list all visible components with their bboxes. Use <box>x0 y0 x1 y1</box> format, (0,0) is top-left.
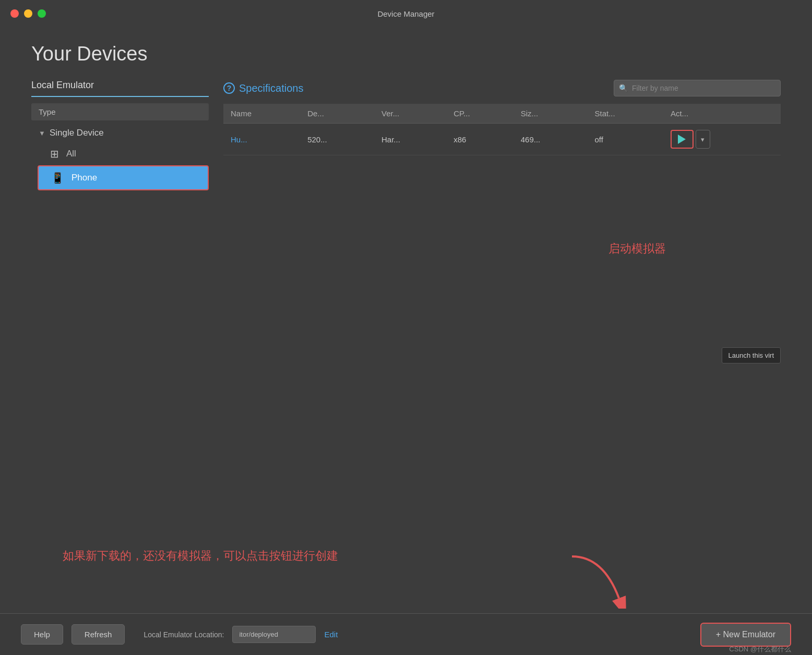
close-button[interactable] <box>10 9 19 18</box>
cell-status: off <box>588 124 663 155</box>
location-label: Local Emulator Location: <box>144 630 224 639</box>
maximize-button[interactable] <box>38 9 46 18</box>
tooltip-text: Launch this virt <box>729 351 774 359</box>
window-title: Device Manager <box>377 9 434 18</box>
main-content: Your Devices Local Emulator Type ▼ Singl… <box>0 27 812 613</box>
table-row: Hu... 520... Har... x86 469... off <box>223 124 781 155</box>
info-icon: ? <box>223 82 235 94</box>
help-button[interactable]: Help <box>21 624 63 645</box>
page-title: Your Devices <box>31 43 781 65</box>
filter-input[interactable] <box>614 80 781 96</box>
right-panel: ? Specifications 🔍 Name De... Ver... CP.… <box>209 80 781 613</box>
cell-device: 520... <box>300 124 374 155</box>
col-device: De... <box>300 104 374 124</box>
annotation-launch: 启动模拟器 <box>608 241 666 257</box>
annotation-main-text: 如果新下载的，还没有模拟器，可以点击按钮进行创建 <box>63 549 338 562</box>
col-actions: Act... <box>663 104 781 124</box>
right-header: ? Specifications 🔍 <box>223 80 781 96</box>
col-cpu: CP... <box>446 104 514 124</box>
specifications-label: Specifications <box>239 82 303 94</box>
device-table: Name De... Ver... CP... Siz... Stat... A… <box>223 104 781 155</box>
annotation-main: 如果新下载的，还没有模拟器，可以点击按钮进行创建 <box>63 548 338 564</box>
cell-name: Hu... <box>223 124 300 155</box>
cell-cpu: x86 <box>446 124 514 155</box>
play-triangle-icon <box>678 135 686 144</box>
cell-actions: ▾ <box>663 124 781 155</box>
refresh-button[interactable]: Refresh <box>71 624 125 645</box>
arrow-annotation <box>556 551 629 611</box>
search-icon: 🔍 <box>619 84 628 92</box>
sidebar-item-phone[interactable]: 📱 Phone <box>38 165 209 190</box>
edit-link[interactable]: Edit <box>324 630 338 639</box>
col-status: Stat... <box>588 104 663 124</box>
launch-button[interactable] <box>671 130 694 149</box>
col-size: Siz... <box>514 104 588 124</box>
titlebar: Device Manager <box>0 0 812 27</box>
location-input[interactable] <box>232 626 316 643</box>
traffic-lights <box>10 9 46 18</box>
minimize-button[interactable] <box>24 9 32 18</box>
sidebar-item-all[interactable]: ⊞ All <box>38 142 209 165</box>
tooltip: Launch this virt <box>722 347 781 363</box>
table-header-row: Name De... Ver... CP... Siz... Stat... A… <box>223 104 781 124</box>
specifications-link[interactable]: ? Specifications <box>223 82 303 94</box>
content-area: Local Emulator Type ▼ Single Device ⊞ Al… <box>31 80 781 613</box>
annotation-launch-text: 启动模拟器 <box>608 242 666 255</box>
new-emulator-button[interactable]: + New Emulator <box>700 623 791 647</box>
watermark: CSDN @什么都什么 <box>729 645 791 654</box>
col-name: Name <box>223 104 300 124</box>
col-version: Ver... <box>374 104 446 124</box>
sidebar-header: Local Emulator <box>31 80 209 97</box>
action-buttons: ▾ <box>671 130 773 149</box>
cell-version: Har... <box>374 124 446 155</box>
sidebar-item-all-label: All <box>66 149 76 159</box>
expand-arrow-icon: ▼ <box>39 129 45 137</box>
phone-icon: 📱 <box>51 172 64 184</box>
filter-input-wrap: 🔍 <box>614 80 781 96</box>
device-name-link[interactable]: Hu... <box>231 135 247 144</box>
single-device-row: ▼ Single Device <box>31 124 209 142</box>
cell-size: 469... <box>514 124 588 155</box>
dropdown-button[interactable]: ▾ <box>696 130 710 149</box>
sidebar-item-phone-label: Phone <box>71 173 97 183</box>
all-icon: ⊞ <box>50 148 59 160</box>
single-device-label: Single Device <box>50 128 104 138</box>
type-label: Type <box>31 103 209 120</box>
sidebar: Local Emulator Type ▼ Single Device ⊞ Al… <box>31 80 209 613</box>
bottom-bar: Help Refresh Local Emulator Location: Ed… <box>0 613 812 655</box>
